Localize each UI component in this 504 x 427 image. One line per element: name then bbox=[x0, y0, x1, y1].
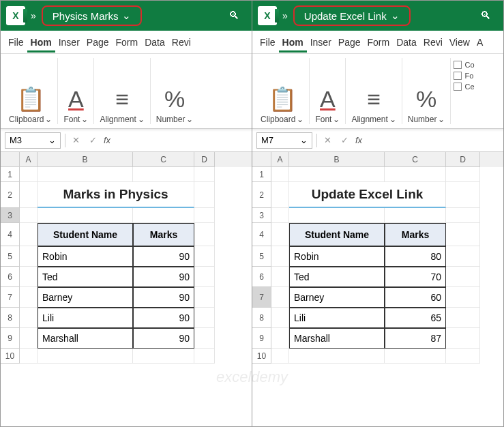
cell[interactable]: 87 bbox=[385, 328, 446, 349]
menu-revi[interactable]: Revi bbox=[420, 37, 446, 48]
search-icon[interactable]: 🔍︎ bbox=[473, 10, 498, 22]
cell[interactable]: 90 bbox=[133, 328, 194, 349]
row-header[interactable]: 1 bbox=[252, 167, 271, 182]
cell[interactable] bbox=[271, 167, 289, 182]
row-header[interactable]: 9 bbox=[252, 328, 271, 349]
cell[interactable] bbox=[20, 182, 38, 208]
document-title[interactable]: Physics Marks⌄ bbox=[42, 5, 143, 26]
menu-data[interactable]: Data bbox=[141, 37, 168, 48]
menu-hom[interactable]: Hom bbox=[279, 37, 307, 53]
cell[interactable]: Student Name bbox=[38, 223, 133, 246]
row-header[interactable]: 10 bbox=[252, 349, 271, 364]
menu-form[interactable]: Form bbox=[113, 37, 142, 48]
cell[interactable] bbox=[194, 267, 215, 287]
extra-item[interactable]: Fo bbox=[454, 72, 474, 80]
cell[interactable] bbox=[446, 267, 480, 287]
row-header[interactable]: 5 bbox=[252, 246, 271, 267]
col-header[interactable]: B bbox=[38, 152, 133, 167]
cell[interactable]: Ted bbox=[289, 267, 385, 287]
select-all-corner[interactable] bbox=[1, 152, 20, 167]
row-header[interactable]: 8 bbox=[1, 308, 20, 328]
row-header[interactable]: 7 bbox=[1, 287, 20, 308]
cell[interactable]: 90 bbox=[133, 246, 194, 267]
row-header[interactable]: 2 bbox=[252, 182, 271, 208]
row-header[interactable]: 2 bbox=[1, 182, 20, 208]
cell[interactable] bbox=[385, 349, 446, 364]
cell[interactable] bbox=[271, 349, 289, 364]
cell[interactable] bbox=[385, 208, 446, 223]
col-header[interactable]: D bbox=[194, 152, 215, 167]
cell[interactable] bbox=[38, 349, 133, 364]
cell[interactable]: 60 bbox=[385, 287, 446, 308]
cell[interactable]: Marshall bbox=[289, 328, 385, 349]
extra-item[interactable]: Co bbox=[454, 61, 474, 69]
ribbon-group-number[interactable]: %Number⌄ bbox=[151, 58, 199, 124]
cell[interactable] bbox=[446, 208, 480, 223]
cell[interactable] bbox=[271, 267, 289, 287]
cell[interactable]: 90 bbox=[133, 287, 194, 308]
ribbon-group-alignment[interactable]: ≡Alignment⌄ bbox=[346, 58, 402, 124]
cell[interactable] bbox=[194, 208, 215, 223]
cell[interactable] bbox=[385, 167, 446, 182]
menu-page[interactable]: Page bbox=[335, 37, 364, 48]
document-title[interactable]: Update Excel Link⌄ bbox=[293, 5, 411, 26]
fx-icon[interactable]: fx bbox=[355, 135, 362, 145]
cell[interactable] bbox=[20, 267, 38, 287]
name-box[interactable]: M7⌄ bbox=[256, 132, 312, 149]
cell[interactable]: Lili bbox=[289, 308, 385, 328]
cell[interactable]: Barney bbox=[289, 287, 385, 308]
cell[interactable]: Update Excel Link bbox=[289, 182, 446, 208]
row-header[interactable]: 3 bbox=[1, 208, 20, 223]
cell[interactable] bbox=[20, 167, 38, 182]
menu-inser[interactable]: Inser bbox=[307, 37, 335, 48]
cell[interactable] bbox=[194, 182, 215, 208]
cell[interactable] bbox=[271, 208, 289, 223]
cell[interactable] bbox=[271, 308, 289, 328]
menu-a[interactable]: A bbox=[473, 37, 486, 48]
extra-item[interactable]: Ce bbox=[454, 83, 474, 91]
fx-icon[interactable]: fx bbox=[104, 135, 110, 145]
cell[interactable] bbox=[446, 167, 480, 182]
cell[interactable]: Marks in Physics bbox=[38, 182, 194, 208]
cell[interactable] bbox=[271, 328, 289, 349]
cell[interactable] bbox=[20, 308, 38, 328]
menu-view[interactable]: View bbox=[446, 37, 473, 48]
ribbon-extra[interactable]: CoFoCe bbox=[451, 58, 477, 124]
cell[interactable]: Lili bbox=[38, 308, 133, 328]
cell[interactable] bbox=[271, 223, 289, 246]
row-header[interactable]: 10 bbox=[1, 349, 20, 364]
cell[interactable]: Robin bbox=[38, 246, 133, 267]
select-all-corner[interactable] bbox=[252, 152, 271, 167]
cell[interactable] bbox=[194, 223, 215, 246]
cell[interactable]: 90 bbox=[133, 308, 194, 328]
cell[interactable] bbox=[20, 223, 38, 246]
cell[interactable] bbox=[38, 208, 133, 223]
col-header[interactable]: D bbox=[446, 152, 480, 167]
cell[interactable] bbox=[446, 223, 480, 246]
menu-file[interactable]: File bbox=[256, 37, 279, 48]
cell[interactable] bbox=[446, 182, 480, 208]
cell[interactable] bbox=[446, 287, 480, 308]
ribbon-group-clipboard[interactable]: 📋Clipboard⌄ bbox=[3, 58, 58, 124]
row-header[interactable]: 1 bbox=[1, 167, 20, 182]
cell[interactable] bbox=[194, 246, 215, 267]
menu-form[interactable]: Form bbox=[364, 37, 394, 48]
cell[interactable] bbox=[271, 246, 289, 267]
row-header[interactable]: 6 bbox=[1, 267, 20, 287]
search-icon[interactable]: 🔍︎ bbox=[222, 10, 246, 22]
ribbon-group-number[interactable]: %Number⌄ bbox=[402, 58, 451, 124]
row-header[interactable]: 8 bbox=[252, 308, 271, 328]
row-header[interactable]: 9 bbox=[1, 328, 20, 349]
cell[interactable] bbox=[271, 287, 289, 308]
col-header[interactable]: C bbox=[133, 152, 194, 167]
cell[interactable] bbox=[20, 287, 38, 308]
row-header[interactable]: 5 bbox=[1, 246, 20, 267]
cell[interactable]: Ted bbox=[38, 267, 133, 287]
cell[interactable]: Marshall bbox=[38, 328, 133, 349]
row-header[interactable]: 3 bbox=[252, 208, 271, 223]
cell[interactable]: 70 bbox=[385, 267, 446, 287]
row-header[interactable]: 7 bbox=[252, 287, 271, 308]
cell[interactable] bbox=[20, 208, 38, 223]
ribbon-group-alignment[interactable]: ≡Alignment⌄ bbox=[94, 58, 150, 124]
menu-data[interactable]: Data bbox=[393, 37, 420, 48]
